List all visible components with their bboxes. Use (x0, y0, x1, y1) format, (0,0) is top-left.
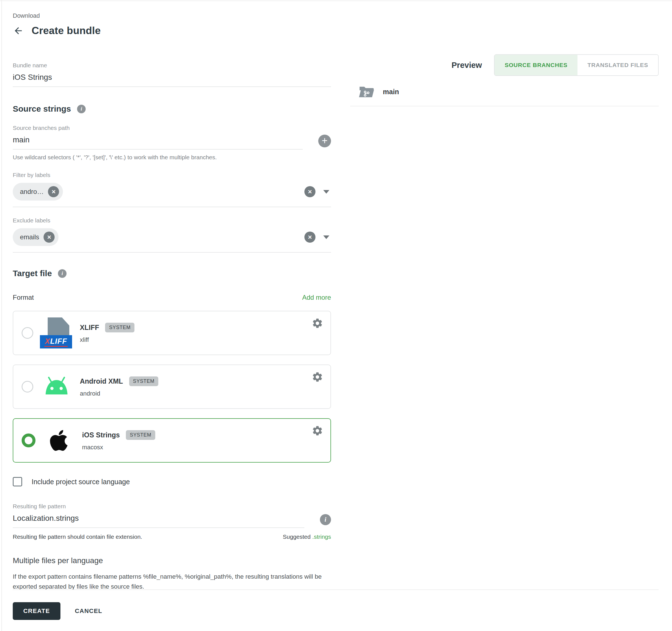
label-chip[interactable]: andro… ✕ (13, 183, 63, 201)
source-branches-label: Source branches path (13, 125, 331, 131)
source-strings-heading: Source strings (13, 104, 71, 113)
suggested-label: Suggested (283, 533, 311, 540)
resulting-file-pattern-field: Resulting file pattern Localization.stri… (13, 503, 331, 540)
format-label: Format (13, 294, 34, 301)
android-icon (39, 376, 74, 397)
format-subtitle: macosx (82, 444, 155, 451)
source-strings-section-header: Source strings i (13, 104, 331, 113)
target-file-info-icon[interactable]: i (58, 269, 67, 278)
include-source-language-row: Include project source language (13, 477, 331, 486)
create-button[interactable]: CREATE (13, 602, 61, 620)
preview-toggle: SOURCE BRANCHES TRANSLATED FILES (494, 54, 659, 76)
preview-divider (350, 106, 659, 106)
include-source-language-checkbox[interactable] (13, 477, 22, 486)
source-branches-field: Source branches path main + Use wildcard… (13, 125, 331, 161)
filter-labels-input[interactable]: andro… ✕ ✕ (13, 180, 331, 207)
tab-source-branches[interactable]: SOURCE BRANCHES (495, 55, 577, 75)
filter-labels-label: Filter by labels (13, 172, 331, 178)
target-file-section-header: Target file i (13, 269, 331, 278)
chip-text: andro… (20, 188, 44, 196)
exclude-labels-input[interactable]: emails ✕ ✕ (13, 225, 331, 253)
filter-by-labels-field: Filter by labels andro… ✕ ✕ (13, 172, 331, 207)
bundle-name-field: Bundle name iOS Strings (13, 62, 331, 87)
preview-title: Preview (452, 61, 482, 70)
format-subtitle: xliff (80, 336, 135, 344)
system-badge: SYSTEM (129, 376, 159, 386)
format-card-ios-strings[interactable]: iOS Strings SYSTEM macosx (13, 418, 331, 462)
gear-icon[interactable] (312, 318, 323, 329)
tree-item-main[interactable]: main (350, 85, 659, 98)
bundle-form: Download Create bundle Bundle name iOS S… (13, 0, 331, 592)
add-branch-path-button[interactable]: + (318, 135, 331, 147)
clear-field-icon[interactable]: ✕ (305, 186, 315, 197)
exclude-labels-label: Exclude labels (13, 217, 331, 224)
format-subtitle: android (80, 390, 158, 397)
format-header-row: Format Add more (13, 294, 331, 301)
clear-field-icon[interactable]: ✕ (305, 232, 315, 243)
multiple-files-heading: Multiple files per language (13, 556, 331, 565)
gear-icon[interactable] (312, 425, 323, 436)
chip-text: emails (20, 233, 39, 241)
system-badge: SYSTEM (126, 430, 155, 440)
format-card-android-xml[interactable]: Android XML SYSTEM android (13, 364, 331, 409)
system-badge: SYSTEM (105, 323, 135, 332)
page-header: Create bundle (13, 25, 331, 36)
page-title: Create bundle (31, 25, 101, 36)
target-file-heading: Target file (13, 269, 52, 278)
apple-icon (42, 429, 76, 452)
format-name: Android XML (80, 377, 123, 385)
format-name: iOS Strings (82, 431, 120, 439)
bundle-name-label: Bundle name (13, 62, 331, 69)
resulting-pattern-input[interactable]: Localization.strings (13, 510, 305, 528)
source-branches-input[interactable]: main (13, 131, 303, 150)
cancel-button[interactable]: CANCEL (75, 607, 102, 615)
branch-folder-icon (359, 85, 375, 98)
footer-actions: CREATE CANCEL (13, 602, 102, 620)
exclude-labels-field: Exclude labels emails ✕ ✕ (13, 217, 331, 253)
multiple-files-description: If the export pattern contains filename … (13, 572, 331, 592)
xliff-file-icon: XLIFF (39, 318, 74, 349)
bundle-name-input[interactable]: iOS Strings (13, 69, 331, 87)
gear-icon[interactable] (312, 371, 323, 383)
format-card-xliff[interactable]: XLIFF XLIFF SYSTEM xliff (13, 311, 331, 355)
chevron-down-icon[interactable] (323, 190, 329, 194)
wildcard-help-text: Use wildcard selectors ( '*', '?', '[set… (13, 154, 331, 161)
source-strings-info-icon[interactable]: i (77, 105, 86, 113)
label-chip[interactable]: emails ✕ (13, 228, 58, 246)
preview-panel: Preview SOURCE BRANCHES TRANSLATED FILES (350, 54, 659, 106)
panel-left-edge (1, 0, 2, 631)
back-arrow-icon[interactable] (13, 25, 24, 36)
tree-item-label: main (383, 88, 399, 96)
breadcrumb[interactable]: Download (13, 0, 331, 19)
resulting-pattern-label: Resulting file pattern (13, 503, 331, 510)
pattern-info-icon[interactable]: i (320, 514, 331, 525)
tab-translated-files[interactable]: TRANSLATED FILES (577, 55, 658, 75)
remove-chip-icon[interactable]: ✕ (44, 232, 55, 243)
add-more-link[interactable]: Add more (302, 294, 331, 301)
radio-unselected[interactable] (22, 381, 33, 393)
include-source-language-label[interactable]: Include project source language (31, 478, 130, 486)
create-bundle-page: Download Create bundle Bundle name iOS S… (0, 0, 672, 631)
pattern-help-text: Resulting file pattern should contain fi… (13, 533, 142, 540)
remove-chip-icon[interactable]: ✕ (48, 186, 59, 197)
radio-unselected[interactable] (22, 327, 33, 339)
suggested-extension-link[interactable]: .strings (312, 533, 331, 540)
format-name: XLIFF (80, 324, 99, 332)
preview-header: Preview SOURCE BRANCHES TRANSLATED FILES (350, 54, 659, 76)
chevron-down-icon[interactable] (323, 235, 329, 239)
footer-divider (13, 589, 659, 590)
radio-selected[interactable] (22, 433, 35, 447)
